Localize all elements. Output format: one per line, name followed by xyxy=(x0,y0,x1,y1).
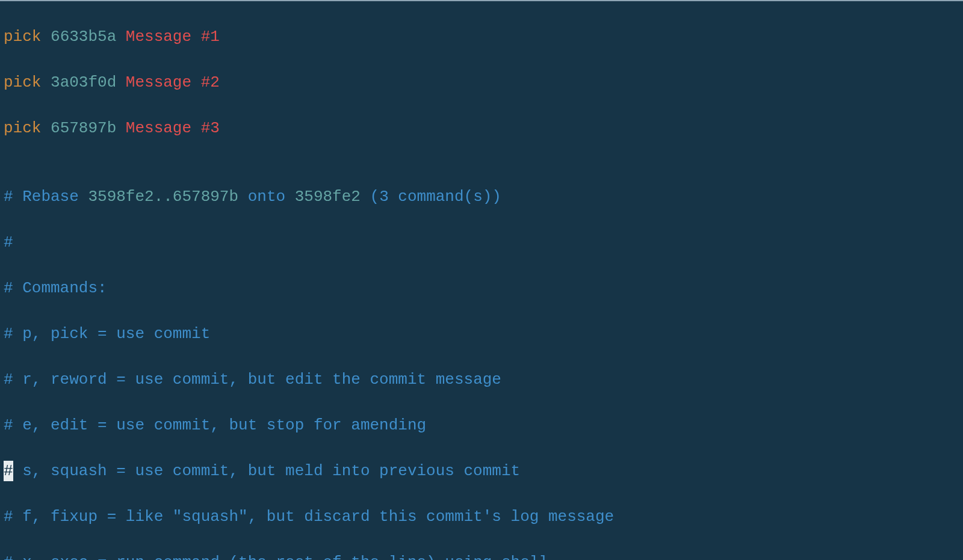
commit-line[interactable]: pick 657897b Message #3 xyxy=(4,117,963,140)
rebase-action: pick xyxy=(4,119,41,137)
commit-hash: 6633b5a xyxy=(51,28,116,46)
rebase-todo-editor[interactable]: pick 6633b5a Message #1 pick 3a03f0d Mes… xyxy=(0,1,963,560)
comment-line: # xyxy=(4,231,963,254)
comment-text: # Rebase xyxy=(4,188,88,206)
commit-hash: 657897b xyxy=(51,119,116,137)
rebase-action: pick xyxy=(4,28,41,46)
hash-range: 3598fe2..657897b xyxy=(88,188,238,206)
command-help-squash: # s, squash = use commit, but meld into … xyxy=(4,460,963,482)
commit-message: Message #3 xyxy=(126,119,220,137)
rebase-header: # Rebase 3598fe2..657897b onto 3598fe2 (… xyxy=(4,185,963,208)
editor-cursor: # xyxy=(4,460,13,482)
comment-text: (3 command(s)) xyxy=(361,188,501,206)
comment-text: s, squash = use commit, but meld into pr… xyxy=(13,462,521,480)
commit-line[interactable]: pick 3a03f0d Message #2 xyxy=(4,71,963,94)
commands-header: # Commands: xyxy=(4,277,963,300)
commit-message: Message #1 xyxy=(126,28,220,46)
commit-hash: 3a03f0d xyxy=(51,73,116,91)
commit-line[interactable]: pick 6633b5a Message #1 xyxy=(4,25,963,48)
onto-hash: 3598fe2 xyxy=(295,188,361,206)
commit-message: Message #2 xyxy=(126,73,220,91)
command-help-exec: # x, exec = run command (the rest of the… xyxy=(4,551,963,560)
comment-text: onto xyxy=(238,188,295,206)
rebase-action: pick xyxy=(4,73,41,91)
command-help-pick: # p, pick = use commit xyxy=(4,322,963,345)
command-help-edit: # e, edit = use commit, but stop for ame… xyxy=(4,414,963,437)
command-help-reword: # r, reword = use commit, but edit the c… xyxy=(4,368,963,391)
command-help-fixup: # f, fixup = like "squash", but discard … xyxy=(4,505,963,528)
